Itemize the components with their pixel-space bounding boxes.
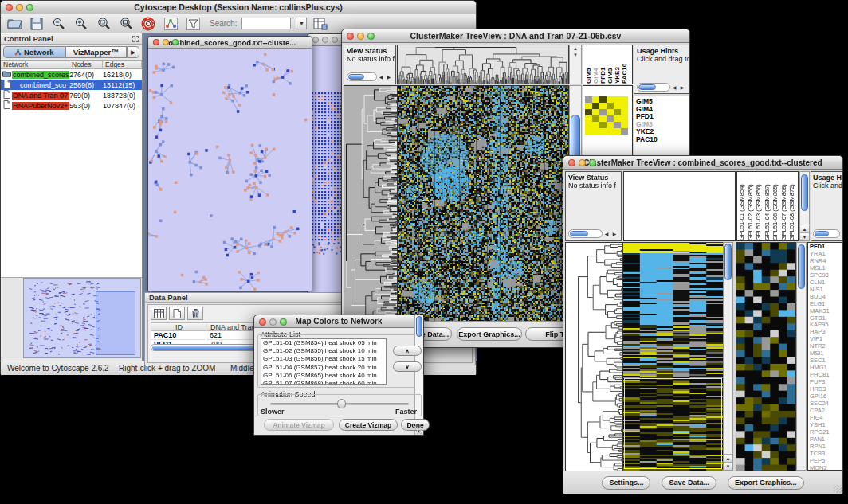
gene-label[interactable]: NTR2: [810, 343, 842, 350]
row-label[interactable]: PFD1: [636, 113, 689, 121]
attribute-list-item[interactable]: GPL51-06 (GSM865) heat shock 40 min: [261, 372, 386, 380]
zoom-selected-icon[interactable]: [95, 16, 112, 32]
gene-label[interactable]: YSH1: [810, 422, 842, 429]
gene-label[interactable]: SEC1: [810, 357, 842, 365]
animate-vizmap-button[interactable]: Animate Vizmap: [264, 419, 334, 431]
attribute-list-item[interactable]: GPL51-07 (GSM868) heat shock 60 min: [261, 380, 386, 385]
zoom-heatmap[interactable]: [736, 242, 796, 472]
column-label[interactable]: PAC10: [621, 45, 628, 84]
gene-label[interactable]: ELG1: [810, 301, 842, 308]
zoom-button[interactable]: [589, 159, 596, 166]
row-label[interactable]: GIM3: [636, 121, 689, 129]
gene-list-scrollbar[interactable]: [796, 242, 807, 471]
settings-button[interactable]: Settings...: [602, 476, 650, 490]
float-panel-icon[interactable]: [132, 36, 139, 42]
gene-label[interactable]: CLN1: [810, 279, 842, 287]
row-dendrogram[interactable]: [344, 85, 398, 322]
column-labels-scrollbar[interactable]: ▲ ▼: [799, 171, 810, 241]
dialog-titlebar[interactable]: Map Colors to Network: [254, 315, 423, 328]
export-graphics-button[interactable]: Export Graphics...: [728, 476, 804, 490]
col-nodes[interactable]: Nodes: [69, 61, 103, 68]
search-dropdown-arrow[interactable]: ▼: [296, 18, 307, 29]
gene-label[interactable]: TCB3: [810, 451, 842, 458]
column-label[interactable]: PFD1: [599, 45, 607, 84]
tab-vizmapper[interactable]: VizMapper™: [65, 46, 128, 58]
view-status-scrollbar[interactable]: ◀▶: [347, 72, 393, 81]
attribute-list-scrollbar[interactable]: ▲ ▼: [414, 315, 423, 435]
attribute-list-item[interactable]: GPL51-04 (GSM857) heat shock 20 min: [261, 364, 386, 372]
column-label[interactable]: GPL51-07 (GSM868): [780, 172, 789, 240]
zoom-button[interactable]: [26, 4, 33, 11]
resize-grip[interactable]: [414, 426, 422, 434]
column-label[interactable]: YKE2: [614, 45, 621, 84]
column-label[interactable]: GIM5: [585, 45, 592, 84]
network-overview-thumbnail[interactable]: [23, 278, 141, 358]
column-label[interactable]: GIM4: [592, 45, 599, 84]
save-data-button[interactable]: Save Data...: [662, 476, 716, 490]
gene-label[interactable]: HMG1: [810, 365, 842, 372]
attribute-list-item[interactable]: GPL51-02 (GSM855) heat shock 10 min: [261, 347, 386, 355]
treeview2-titlebar[interactable]: ClusterMaker TreeView : combined_scores_…: [563, 156, 842, 170]
main-title-bar[interactable]: Cytoscape Desktop (Session Name: collins…: [1, 1, 476, 14]
gene-label[interactable]: HRD3: [810, 386, 842, 393]
filter-funnel-icon[interactable]: [184, 16, 202, 32]
attribute-list[interactable]: GPL51-01 (GSM854) heat shock 05 minGPL51…: [261, 338, 387, 385]
create-vizmap-button[interactable]: Create Vizmap: [339, 419, 398, 431]
column-label[interactable]: GPL51-04 (GSM857): [764, 172, 772, 240]
global-heatmap[interactable]: [622, 242, 724, 472]
tab-network[interactable]: Network: [3, 46, 65, 58]
gene-label[interactable]: CPA2: [810, 408, 842, 415]
window-controls[interactable]: [6, 4, 33, 11]
usage-hints-scrollbar[interactable]: [813, 229, 840, 238]
network-canvas-1[interactable]: [148, 49, 312, 291]
zoom-button[interactable]: [172, 39, 179, 45]
gene-label[interactable]: RPO21: [810, 429, 842, 436]
minimize-button[interactable]: [163, 39, 169, 45]
column-label[interactable]: GPL51-08 (GSM872): [788, 172, 797, 240]
new-attribute-icon[interactable]: [169, 307, 185, 320]
network-row[interactable]: combined_sco 2569(6) 13112(15): [1, 80, 142, 90]
view-status-scrollbar[interactable]: ◀▶: [568, 229, 618, 238]
close-button[interactable]: [259, 318, 266, 326]
gene-label[interactable]: PEP5: [810, 458, 842, 465]
tab-overflow-arrow[interactable]: ▶: [127, 46, 139, 58]
column-label[interactable]: GIM3: [607, 45, 614, 84]
column-label[interactable]: GPL51-01 (GSM854): [738, 172, 747, 240]
row-label[interactable]: YKE2: [636, 128, 689, 136]
minimize-button[interactable]: [269, 318, 277, 326]
column-label[interactable]: GPL51-06 (GSM865): [771, 172, 780, 240]
attribute-list-item[interactable]: GPL51-03 (GSM856) heat shock 15 min: [261, 355, 386, 363]
zoom-heatmap-matrix[interactable]: [585, 96, 628, 135]
gene-label[interactable]: PAN1: [810, 436, 842, 443]
gene-label[interactable]: PFD1: [810, 244, 842, 251]
network-row[interactable]: DNA and Tran 07 769(0) 183728(0): [1, 90, 142, 100]
search-input[interactable]: [241, 18, 291, 29]
gene-label[interactable]: SPC98: [810, 272, 842, 279]
zoom-out-icon[interactable]: [50, 16, 68, 32]
gene-label[interactable]: GTB1: [810, 315, 842, 322]
gene-label[interactable]: NIS1: [810, 287, 842, 294]
slider-thumb[interactable]: [337, 399, 346, 408]
network-row[interactable]: combined_scores 2764(0) 16218(0): [1, 69, 142, 80]
gene-label[interactable]: GPI16: [810, 393, 842, 400]
gene-label[interactable]: HAP3: [810, 329, 842, 336]
select-attributes-icon[interactable]: [151, 307, 167, 320]
global-heatmap[interactable]: [397, 85, 569, 322]
row-dendrogram[interactable]: [565, 242, 623, 472]
col-network[interactable]: Network: [1, 61, 69, 68]
close-button[interactable]: [153, 39, 159, 45]
column-label[interactable]: GPL51-03 (GSM856): [755, 172, 764, 240]
network-row[interactable]: RNAPuberNov2+ 563(0) 107847(0): [1, 100, 142, 111]
close-button[interactable]: [6, 4, 13, 11]
gene-label[interactable]: MAK31: [810, 308, 842, 315]
gene-label[interactable]: SEC24: [810, 400, 842, 408]
gene-label[interactable]: RNR4: [810, 258, 842, 265]
treeview1-titlebar[interactable]: ClusterMaker TreeView : DNA and Tran 07-…: [342, 29, 689, 43]
move-down-button[interactable]: ∨: [393, 361, 422, 372]
close-button[interactable]: [568, 159, 575, 166]
gene-label[interactable]: PUF3: [810, 379, 842, 386]
gene-label[interactable]: YRA1: [810, 251, 842, 258]
close-button[interactable]: [312, 37, 319, 43]
minimize-button[interactable]: [357, 33, 364, 40]
gene-label[interactable]: FIG4: [810, 415, 842, 422]
